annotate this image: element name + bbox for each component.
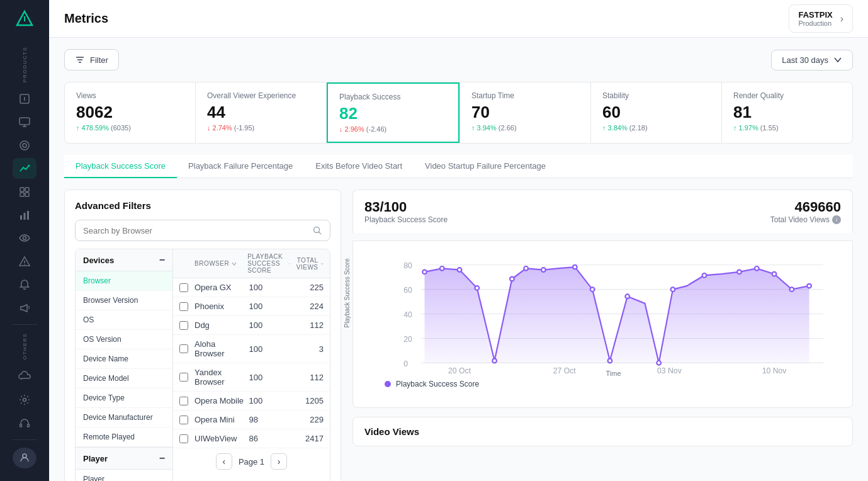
svg-text:20 Oct: 20 Oct: [448, 366, 471, 373]
browser-name: Opera GX: [194, 283, 246, 292]
alert-icon[interactable]: [13, 251, 37, 272]
svg-point-50: [475, 286, 480, 290]
svg-text:0: 0: [403, 359, 408, 368]
row-checkbox[interactable]: [179, 397, 188, 405]
cloud-icon[interactable]: [13, 366, 37, 387]
tab-startup-failure[interactable]: Video Startup Failure Percentage: [414, 155, 557, 178]
player-collapse-icon[interactable]: −: [159, 453, 165, 464]
collapse-icon[interactable]: −: [159, 254, 165, 266]
row-checkbox[interactable]: [179, 416, 188, 424]
metric-value: 81: [733, 103, 841, 122]
table-row: Opera GX 100 225: [173, 278, 330, 297]
analytics-icon[interactable]: [13, 158, 37, 179]
svg-point-60: [671, 287, 675, 291]
svg-text:10 Nov: 10 Nov: [762, 366, 787, 373]
row-checkbox[interactable]: [179, 344, 188, 353]
filter-item-browser-version[interactable]: Browser Version: [76, 291, 172, 310]
browser-score: 98: [249, 415, 292, 424]
metric-card-ove[interactable]: Overall Viewer Experience 44 ↓ 2.74% (-1…: [196, 82, 327, 143]
video-views-title: Video Views: [364, 426, 841, 437]
svg-point-58: [625, 294, 629, 298]
browser-views: 112: [295, 373, 324, 382]
metric-card-stability[interactable]: Stability 60 ↑ 3.84% (2.18): [591, 82, 722, 143]
metric-change: ↑ 3.94% (2.66): [471, 124, 579, 132]
settings-icon[interactable]: [13, 389, 37, 410]
upload-icon[interactable]: [13, 89, 37, 110]
tab-playback-failure[interactable]: Playback Failure Percentage: [177, 155, 304, 178]
row-checkbox[interactable]: [179, 283, 188, 292]
header-views[interactable]: TOTAL VIEWS: [293, 257, 324, 271]
table-row: Ddg 100 112: [173, 316, 330, 335]
browser-views: 112: [295, 320, 324, 330]
row-checkbox[interactable]: [179, 321, 188, 330]
logo[interactable]: [16, 10, 33, 31]
tab-exits[interactable]: Exits Before Video Start: [304, 155, 414, 178]
main-content: Metrics FASTPIX Production › Filter Last…: [49, 0, 868, 481]
browser-score: 100: [249, 344, 292, 354]
sidebar: PRODUCTS OTHERS: [0, 0, 49, 481]
metric-change-text: ↑ 478.59% (6035): [76, 124, 131, 132]
filter-item-os-version[interactable]: OS Version: [76, 330, 172, 349]
page-header: Metrics FASTPIX Production ›: [49, 0, 868, 38]
search-input[interactable]: [83, 226, 307, 235]
filter-item-player[interactable]: Player: [76, 470, 172, 481]
metric-card-playback[interactable]: Playback Success 82 ↓ 2.96% (-2.46): [327, 82, 459, 143]
chart-bar-icon[interactable]: [13, 205, 37, 225]
grid-icon[interactable]: [13, 181, 37, 202]
svg-point-57: [608, 359, 612, 363]
browser-name: Ddg: [194, 320, 246, 330]
filter-label: Filter: [90, 55, 108, 65]
y-axis-label: Playback Success Score: [344, 258, 351, 327]
monitor-icon[interactable]: [13, 112, 37, 133]
user-avatar[interactable]: [13, 448, 37, 468]
metric-label: Overall Viewer Experience: [207, 91, 315, 100]
metric-card-startup[interactable]: Startup Time 70 ↑ 3.94% (2.66): [459, 82, 591, 143]
svg-point-59: [657, 361, 661, 365]
header-browser[interactable]: BROWSER: [194, 260, 245, 267]
filter-item-os[interactable]: OS: [76, 310, 172, 330]
video-views-section: Video Views: [352, 417, 853, 446]
headphones-icon[interactable]: [13, 412, 37, 433]
svg-point-24: [23, 398, 26, 401]
filter-item-device-type[interactable]: Device Type: [76, 388, 172, 408]
advanced-filters-panel: Advanced Filters Devices − Br: [64, 190, 341, 481]
date-selector[interactable]: Last 30 days: [771, 50, 853, 71]
svg-text:27 Oct: 27 Oct: [553, 366, 577, 373]
prev-page-button[interactable]: ‹: [216, 453, 232, 470]
search-icon: [312, 225, 322, 235]
table-row: Phoenix 100 224: [173, 297, 330, 316]
radio-icon[interactable]: [13, 135, 37, 156]
filter-item-device-model[interactable]: Device Model: [76, 369, 172, 388]
filter-bar: Filter Last 30 days: [64, 49, 853, 71]
filter-item-remote-played[interactable]: Remote Played: [76, 427, 172, 447]
filter-button[interactable]: Filter: [64, 49, 119, 71]
workspace-selector[interactable]: FASTPIX Production ›: [789, 4, 853, 33]
browser-name: Opera Mini: [194, 415, 246, 424]
filter-item-browser[interactable]: Browser: [76, 271, 172, 291]
sidebar-divider-2: [12, 439, 37, 440]
bell-icon[interactable]: [13, 274, 37, 295]
metric-card-views[interactable]: Views 8062 ↑ 478.59% (6035): [65, 82, 196, 143]
megaphone-icon[interactable]: [13, 298, 37, 319]
svg-point-17: [23, 237, 26, 240]
filter-item-device-manufacturer[interactable]: Device Manufacturer: [76, 408, 172, 427]
next-page-button[interactable]: ›: [271, 453, 287, 470]
eye-icon[interactable]: [13, 228, 37, 249]
row-checkbox[interactable]: [179, 434, 188, 443]
header-score[interactable]: PLAYBACK SUCCESS SCORE: [247, 253, 291, 274]
filter-item-device-name[interactable]: Device Name: [76, 349, 172, 369]
svg-point-61: [702, 273, 707, 278]
row-checkbox[interactable]: [179, 373, 188, 382]
tabs-bar: Playback Success Score Playback Failure …: [64, 155, 853, 178]
row-checkbox[interactable]: [179, 302, 188, 311]
browser-score: 100: [249, 396, 292, 405]
tab-playback-success[interactable]: Playback Success Score: [64, 155, 177, 178]
browser-name: UIWebView: [194, 434, 246, 443]
table-row: Opera Mobile 100 1205: [173, 392, 330, 410]
info-icon[interactable]: i: [832, 215, 841, 224]
browser-name: Phoenix: [194, 302, 246, 311]
browser-score: 100: [249, 373, 292, 382]
sidebar-divider: [12, 324, 37, 325]
metric-card-render[interactable]: Render Quality 81 ↑ 1.97% (1.55): [722, 82, 852, 143]
svg-rect-13: [25, 193, 29, 196]
